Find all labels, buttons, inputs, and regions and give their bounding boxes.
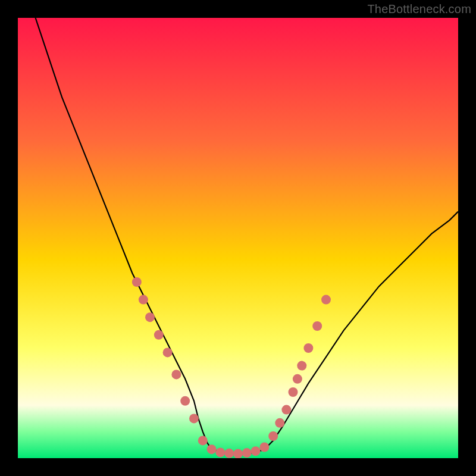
bottleneck-chart xyxy=(18,18,458,458)
data-point xyxy=(293,374,302,384)
data-point xyxy=(163,347,173,357)
data-point xyxy=(312,321,322,331)
plot-area xyxy=(18,18,458,458)
data-point xyxy=(189,414,199,423)
data-point xyxy=(180,396,190,406)
data-point xyxy=(281,405,291,415)
data-point xyxy=(207,444,217,454)
data-point xyxy=(242,448,252,458)
data-point xyxy=(233,449,243,458)
data-point xyxy=(198,436,208,445)
data-point xyxy=(139,295,148,305)
data-point xyxy=(275,418,284,428)
data-point xyxy=(154,330,164,340)
data-point xyxy=(251,446,261,456)
data-point xyxy=(224,449,234,458)
data-point xyxy=(171,369,181,379)
data-point xyxy=(303,343,313,353)
data-point xyxy=(297,361,306,371)
gradient-background xyxy=(18,18,458,458)
data-point xyxy=(132,277,142,287)
data-point xyxy=(268,431,278,441)
data-point xyxy=(289,387,298,397)
chart-container: TheBottleneck.com xyxy=(0,0,476,476)
data-point xyxy=(259,443,269,452)
watermark-text: TheBottleneck.com xyxy=(367,2,471,16)
data-point xyxy=(145,312,155,322)
data-point xyxy=(321,295,331,305)
data-point xyxy=(215,447,225,457)
